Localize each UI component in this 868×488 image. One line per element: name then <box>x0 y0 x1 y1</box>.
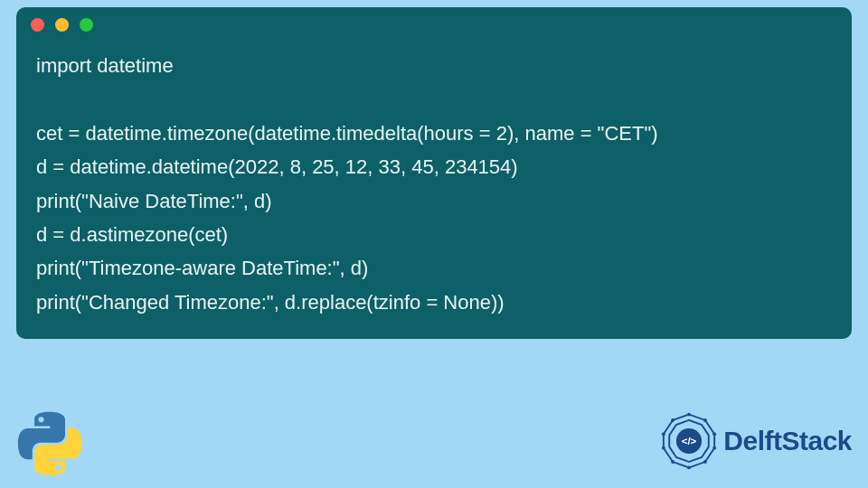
svg-text:</>: </> <box>682 436 697 446</box>
svg-point-6 <box>713 432 717 436</box>
svg-point-9 <box>687 466 691 470</box>
python-logo-icon <box>16 410 83 477</box>
minimize-dot-icon <box>55 18 69 32</box>
svg-point-5 <box>703 418 707 422</box>
svg-point-13 <box>671 418 675 422</box>
svg-point-7 <box>713 446 717 450</box>
svg-point-11 <box>662 446 665 450</box>
svg-point-10 <box>671 460 675 464</box>
maximize-dot-icon <box>80 18 93 32</box>
delftstack-brand-text: DelftStack <box>723 426 852 456</box>
window-titlebar <box>16 7 852 42</box>
svg-point-8 <box>703 460 707 464</box>
close-dot-icon <box>31 18 44 32</box>
svg-point-4 <box>687 413 691 417</box>
code-card: import datetime cet = datetime.timezone(… <box>16 7 852 339</box>
code-block: import datetime cet = datetime.timezone(… <box>16 42 852 326</box>
delftstack-brand: </> DelftStack <box>660 412 852 470</box>
svg-point-12 <box>662 432 665 436</box>
delftstack-logo-icon: </> <box>660 412 718 470</box>
